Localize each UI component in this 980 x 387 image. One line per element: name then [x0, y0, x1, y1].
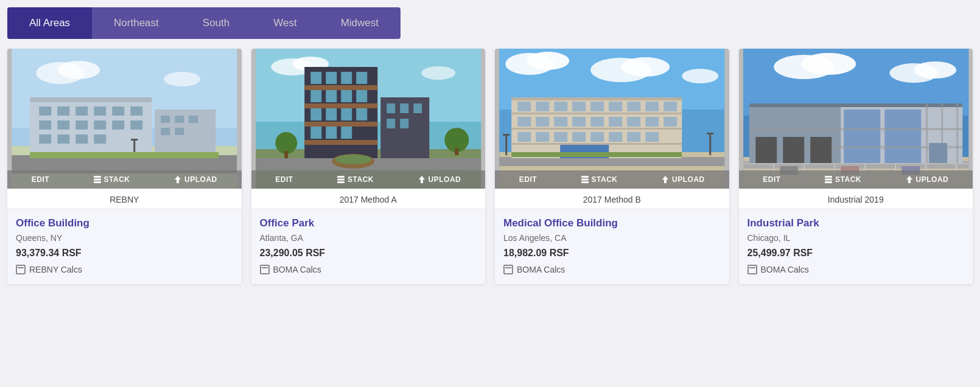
upload-button-1[interactable]: UPLOAD	[173, 175, 217, 184]
svg-rect-110	[627, 117, 640, 127]
svg-rect-112	[663, 117, 677, 127]
card-calcs-4[interactable]: BOMA Calcs	[747, 265, 965, 274]
svg-rect-53	[356, 72, 367, 84]
svg-point-71	[275, 132, 297, 154]
svg-rect-144	[749, 128, 962, 130]
upload-button-2[interactable]: UPLOAD	[418, 175, 461, 184]
svg-rect-22	[57, 134, 69, 144]
svg-rect-97	[554, 102, 567, 111]
tab-midwest[interactable]: Midwest	[319, 7, 401, 39]
calendar-icon-2	[260, 265, 270, 274]
svg-rect-74	[455, 148, 458, 155]
svg-marker-167	[906, 176, 912, 183]
svg-rect-69	[387, 119, 395, 128]
svg-rect-107	[572, 117, 586, 127]
svg-marker-130	[662, 176, 668, 183]
svg-rect-15	[39, 120, 51, 130]
property-card-4: EDIT STACK UPLOAD Industrial 2019 Indust…	[739, 49, 973, 284]
svg-rect-129	[581, 181, 589, 183]
svg-rect-123	[503, 134, 509, 136]
svg-rect-164	[825, 176, 832, 178]
svg-rect-8	[30, 97, 152, 102]
card-image-wrap-2: EDIT STACK UPLOAD	[251, 49, 486, 189]
svg-rect-61	[356, 108, 367, 120]
card-image-wrap-3: EDIT STACK UPLOAD	[495, 49, 729, 189]
svg-rect-126	[511, 152, 682, 157]
svg-rect-113	[517, 132, 531, 142]
svg-rect-32	[131, 139, 138, 141]
svg-rect-151	[810, 137, 831, 164]
svg-rect-92	[511, 113, 682, 114]
svg-rect-148	[956, 103, 958, 164]
svg-rect-49	[304, 140, 377, 145]
property-card-1: EDIT STACK UPLOAD REBNY Office Building …	[7, 49, 242, 284]
svg-rect-51	[326, 72, 337, 84]
svg-rect-101	[627, 102, 640, 111]
svg-rect-70	[400, 119, 408, 128]
svg-rect-91	[511, 97, 682, 100]
card-type-2: Office Park	[260, 217, 477, 229]
svg-point-4	[164, 72, 200, 86]
svg-rect-46	[304, 85, 377, 90]
card-rsf-2: 23,290.05 RSF	[260, 248, 477, 259]
svg-rect-116	[572, 132, 586, 142]
svg-rect-11	[75, 106, 88, 116]
card-calcs-3[interactable]: BOMA Calcs	[503, 265, 721, 274]
card-image-wrap-4: EDIT STACK UPLOAD	[739, 49, 973, 189]
tab-west[interactable]: West	[251, 7, 318, 39]
edit-button-4[interactable]: EDIT	[763, 175, 780, 184]
svg-rect-58	[310, 108, 321, 120]
svg-rect-54	[310, 90, 321, 102]
svg-rect-18	[94, 120, 106, 130]
svg-rect-13	[112, 106, 124, 116]
card-type-4: Industrial Park	[747, 217, 965, 229]
svg-rect-111	[645, 117, 659, 127]
svg-rect-12	[94, 106, 106, 116]
svg-rect-166	[825, 181, 832, 183]
svg-rect-100	[609, 102, 622, 111]
svg-rect-142	[884, 110, 921, 164]
svg-rect-57	[356, 90, 367, 102]
svg-rect-122	[505, 134, 507, 155]
svg-rect-77	[337, 176, 345, 178]
svg-rect-103	[663, 102, 677, 111]
calendar-icon-4	[747, 265, 757, 274]
svg-rect-102	[645, 102, 659, 111]
card-calcs-1[interactable]: REBNY Calcs	[16, 265, 233, 274]
edit-button-1[interactable]: EDIT	[32, 175, 49, 184]
svg-rect-67	[400, 103, 408, 113]
upload-button-4[interactable]: UPLOAD	[905, 175, 949, 184]
svg-rect-63	[326, 127, 337, 139]
svg-rect-109	[609, 117, 622, 127]
svg-rect-93	[511, 128, 682, 130]
upload-button-3[interactable]: UPLOAD	[661, 175, 705, 184]
svg-rect-9	[39, 106, 51, 116]
stack-button-4[interactable]: STACK	[824, 175, 861, 184]
card-method-3: 2017 Method B	[495, 189, 729, 209]
tab-all-areas[interactable]: All Areas	[7, 7, 92, 39]
svg-rect-23	[75, 134, 88, 144]
svg-rect-68	[413, 103, 422, 113]
tab-northeast[interactable]: Northeast	[92, 7, 181, 39]
svg-rect-56	[341, 90, 352, 102]
area-tab-bar: All Areas Northeast South West Midwest	[7, 7, 401, 39]
svg-point-3	[57, 61, 100, 79]
card-location-4: Chicago, IL	[747, 233, 965, 243]
svg-rect-152	[929, 143, 947, 164]
card-calcs-2[interactable]: BOMA Calcs	[260, 265, 477, 274]
svg-rect-33	[30, 152, 219, 158]
edit-button-2[interactable]: EDIT	[275, 175, 293, 184]
tab-south[interactable]: South	[181, 7, 251, 39]
property-card-2: EDIT STACK UPLOAD 2017 Method A Office P…	[251, 49, 486, 284]
svg-rect-55	[326, 90, 337, 102]
svg-rect-59	[326, 108, 337, 120]
svg-rect-35	[94, 179, 101, 181]
stack-button-3[interactable]: STACK	[581, 175, 618, 184]
stack-button-1[interactable]: STACK	[93, 175, 130, 184]
stack-button-2[interactable]: STACK	[337, 175, 374, 184]
card-rsf-1: 93,379.34 RSF	[16, 248, 233, 259]
svg-rect-79	[337, 181, 345, 183]
svg-rect-64	[341, 127, 352, 139]
svg-rect-98	[572, 102, 586, 111]
edit-button-3[interactable]: EDIT	[519, 175, 537, 184]
